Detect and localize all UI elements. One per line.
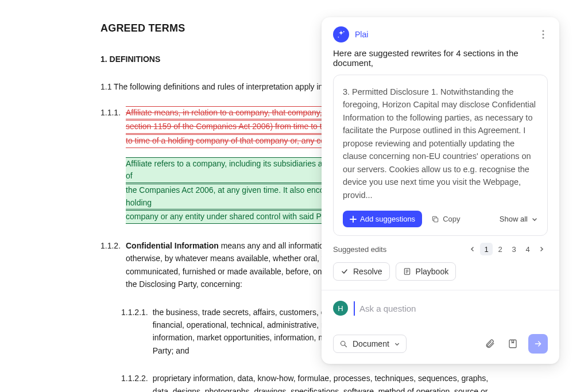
inserted-text: company or any entity under shared contr…	[126, 210, 335, 224]
svg-point-2	[543, 30, 544, 32]
pager-prev[interactable]	[466, 243, 479, 255]
clause-body: proprietary information, data, know-how,…	[153, 372, 491, 392]
document-selector[interactable]: Document	[333, 335, 407, 353]
svg-point-7	[341, 341, 346, 346]
svg-point-3	[543, 34, 544, 36]
chevron-right-icon	[539, 246, 544, 252]
suggestion-text: 3. Permitted Disclosure 1. Notwithstandi…	[343, 86, 538, 201]
check-icon	[341, 267, 349, 275]
panel-menu-button[interactable]	[539, 28, 548, 41]
panel-header: Plai	[322, 17, 559, 48]
suggested-edits-label: Suggested edits	[333, 245, 386, 254]
resolve-button[interactable]: Resolve	[333, 262, 390, 281]
bookmark-button[interactable]	[505, 336, 520, 351]
svg-point-0	[343, 31, 345, 32]
book-icon	[403, 267, 411, 275]
input-row: H	[322, 290, 559, 318]
add-suggestions-button[interactable]: Add suggestions	[343, 211, 422, 227]
clause-1-1-2-2: 1.1.2.2. proprietary information, data, …	[121, 372, 491, 392]
action-row: Resolve Playbook	[322, 262, 559, 290]
svg-point-1	[338, 37, 339, 38]
brand-avatar	[333, 26, 349, 42]
pager-page-1[interactable]: 1	[480, 243, 493, 255]
search-icon	[339, 340, 348, 348]
panel-subtitle: Here are suggested rewrites for 4 sectio…	[322, 48, 559, 75]
clause-number: 1.1.2.	[100, 239, 121, 291]
send-button[interactable]	[528, 334, 548, 354]
clause-number: 1.1.2.1.	[121, 306, 148, 358]
card-actions: Add suggestions Copy Show all	[343, 211, 538, 227]
brand-name: Plai	[355, 30, 368, 39]
suggestion-card: 3. Permitted Disclosure 1. Notwithstandi…	[333, 75, 548, 236]
ask-input[interactable]	[354, 301, 548, 316]
playbook-button[interactable]: Playbook	[396, 262, 457, 281]
clause-number: 1.1.1.	[100, 106, 121, 225]
svg-rect-8	[509, 340, 516, 348]
sparkle-icon	[336, 30, 346, 39]
clause-number: 1.1.2.2.	[121, 372, 148, 392]
show-all-button[interactable]: Show all	[500, 215, 538, 223]
paperclip-icon	[485, 339, 495, 349]
pager-row: Suggested edits 1 2 3 4	[322, 236, 559, 262]
svg-point-4	[543, 37, 544, 39]
svg-rect-5	[434, 218, 438, 222]
assistant-panel: Plai Here are suggested rewrites for 4 s…	[322, 17, 559, 364]
chevron-down-icon	[394, 341, 400, 347]
copy-icon	[431, 215, 439, 223]
kebab-icon	[542, 30, 544, 39]
chevron-down-icon	[531, 216, 538, 223]
pager: 1 2 3 4	[466, 243, 548, 255]
arrow-right-icon	[533, 339, 543, 348]
pager-page-3[interactable]: 3	[508, 243, 520, 255]
bookmark-icon	[508, 339, 518, 349]
footer-icons	[482, 334, 548, 354]
pager-page-2[interactable]: 2	[494, 243, 506, 255]
user-avatar: H	[333, 301, 348, 316]
copy-button[interactable]: Copy	[429, 211, 462, 227]
attach-button[interactable]	[482, 336, 497, 351]
pager-page-4[interactable]: 4	[521, 243, 534, 255]
pager-next[interactable]	[535, 243, 548, 255]
chevron-left-icon	[470, 246, 475, 252]
plus-icon	[350, 216, 357, 223]
footer-row: Document	[322, 326, 559, 364]
defined-term: Confidential Information	[126, 241, 219, 250]
